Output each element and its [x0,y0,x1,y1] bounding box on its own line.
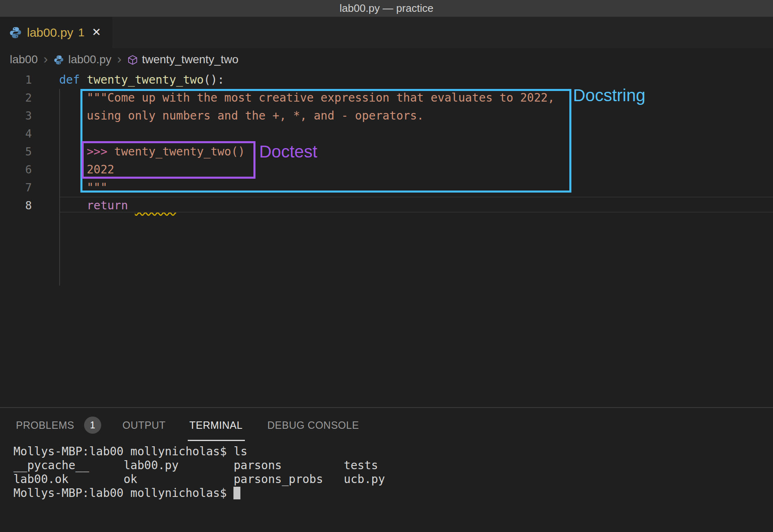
line-number: 7 [0,179,45,197]
terminal-line: __pycache__ lab00.py parsons tests [13,459,378,472]
python-icon [53,55,64,65]
code-editor[interactable]: 1 def twenty_twenty_two(): 2 """Come up … [0,71,773,407]
line-number: 6 [0,161,45,179]
vscode-window: lab00.py — practice lab00.py 1 ✕ lab00 ›… [0,0,773,532]
terminal-prompt: Mollys-MBP:lab00 mollynicholas$ [13,486,233,500]
breadcrumb-folder[interactable]: lab00 [10,53,38,66]
indent-guide [59,89,60,286]
tab-problems-count: 1 [78,26,84,39]
chevron-right-icon: › [117,52,122,67]
active-tab-underline [188,440,245,441]
line-number: 3 [0,107,45,125]
tab-problems[interactable]: PROBLEMS [16,417,74,433]
code-line-1[interactable]: 1 def twenty_twenty_two(): [0,71,773,89]
line-number: 8 [0,197,45,215]
breadcrumb-symbol[interactable]: twenty_twenty_two [127,53,239,66]
line-number: 1 [0,71,45,89]
current-line-border [60,212,773,213]
docstring-annotation-label: Docstring [573,86,645,105]
editor-tab-strip: lab00.py 1 ✕ [0,17,773,48]
problems-count-badge[interactable]: 1 [84,417,101,434]
function-name: twenty_twenty_two [87,73,204,86]
tab-output[interactable]: OUTPUT [122,417,166,433]
terminal-output[interactable]: Mollys-MBP:lab00 mollynicholas$ ls __pyc… [13,445,385,500]
breadcrumb: lab00 › lab00.py › twenty_twenty_two [0,48,773,71]
tab-label: lab00.py [27,26,73,40]
tab-debug-console[interactable]: DEBUG CONSOLE [267,417,359,433]
line-number: 2 [0,89,45,107]
line-number: 5 [0,143,45,161]
chevron-right-icon: › [44,52,48,67]
breadcrumb-file-label: lab00.py [68,53,111,66]
title-bar: lab00.py — practice [0,0,773,17]
terminal-line: lab00.ok ok parsons_probs ucb.py [13,472,385,486]
current-line-border [60,197,773,197]
doctest-highlight-box [82,141,255,179]
python-icon [9,26,22,39]
breadcrumb-symbol-label: twenty_twenty_two [142,53,239,66]
blank-placeholder-warning: ______ [135,199,176,212]
keyword-def: def [59,73,87,86]
punctuation: (): [204,73,224,86]
doctest-annotation-label: Doctest [259,142,317,162]
line-number: 4 [0,125,45,143]
close-icon[interactable]: ✕ [92,27,101,38]
terminal-cursor [233,487,240,499]
window-title: lab00.py — practice [340,2,433,15]
keyword-return: return [59,199,135,212]
tab-terminal[interactable]: TERMINAL [189,417,242,433]
bottom-panel: PROBLEMS 1 OUTPUT TERMINAL DEBUG CONSOLE… [0,407,773,532]
tab-lab00py[interactable]: lab00.py 1 ✕ [0,17,113,48]
breadcrumb-file[interactable]: lab00.py [53,53,111,66]
cube-icon [127,55,138,65]
terminal-line: Mollys-MBP:lab00 mollynicholas$ ls [13,445,247,458]
